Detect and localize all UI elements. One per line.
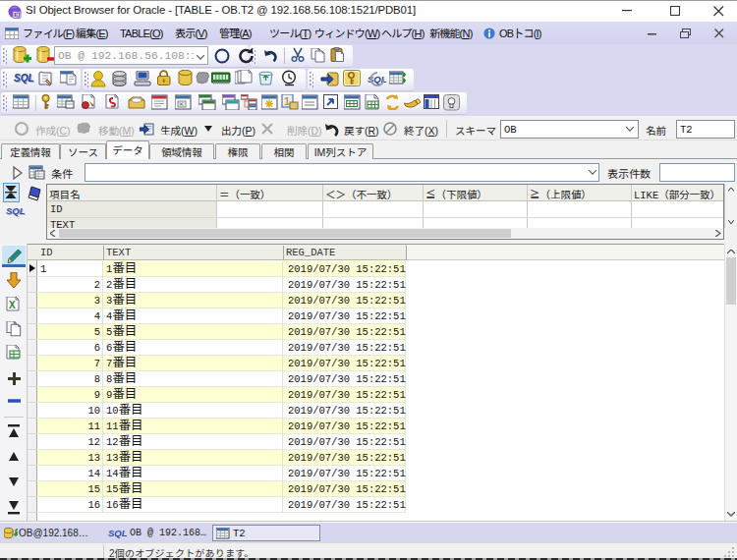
svg-text:X: X	[9, 300, 16, 310]
svg-text:1: 1	[284, 95, 290, 107]
